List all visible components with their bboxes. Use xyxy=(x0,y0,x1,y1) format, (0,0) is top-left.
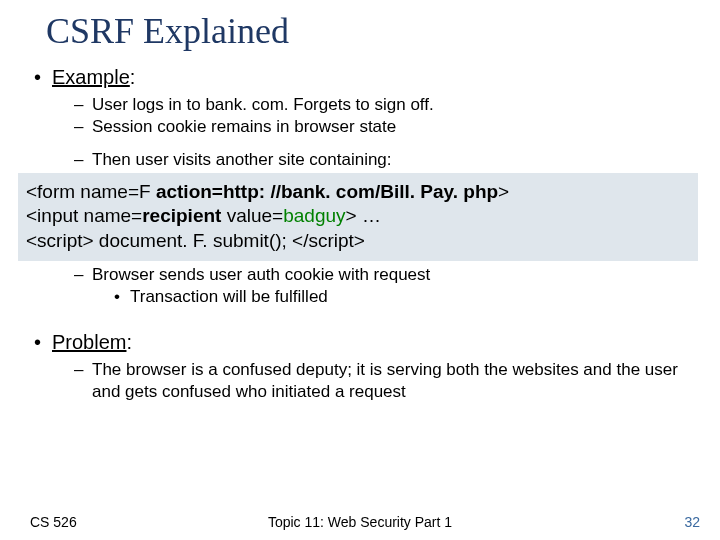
code-line-2: <input name=recipient value=badguy> … xyxy=(26,204,690,229)
example-label: Example xyxy=(52,66,130,88)
problem-label: Problem xyxy=(52,331,126,353)
bullet-login: User logs in to bank. com. Forgets to si… xyxy=(30,94,695,115)
code-line-1: <form name=F action=http: //bank. com/Bi… xyxy=(26,180,690,205)
code-line-3: <script> document. F. submit(); </script… xyxy=(26,229,690,254)
slide-body: Example: User logs in to bank. com. Forg… xyxy=(30,65,695,403)
slide: CSRF Explained Example: User logs in to … xyxy=(0,0,720,540)
bullet-transaction: Transaction will be fulfilled xyxy=(30,286,695,307)
slide-title: CSRF Explained xyxy=(46,10,289,52)
code-block: <form name=F action=http: //bank. com/Bi… xyxy=(18,173,698,261)
bullet-session-cookie: Session cookie remains in browser state xyxy=(30,116,695,137)
bullet-confused-deputy: The browser is a confused deputy; it is … xyxy=(30,359,695,402)
bullet-browser-sends: Browser sends user auth cookie with requ… xyxy=(30,264,695,285)
bullet-visits-site: Then user visits another site containing… xyxy=(30,149,695,170)
footer-right: 32 xyxy=(684,514,700,530)
bullet-example: Example: xyxy=(30,65,695,90)
footer-center: Topic 11: Web Security Part 1 xyxy=(0,514,720,530)
bullet-problem: Problem: xyxy=(30,330,695,355)
